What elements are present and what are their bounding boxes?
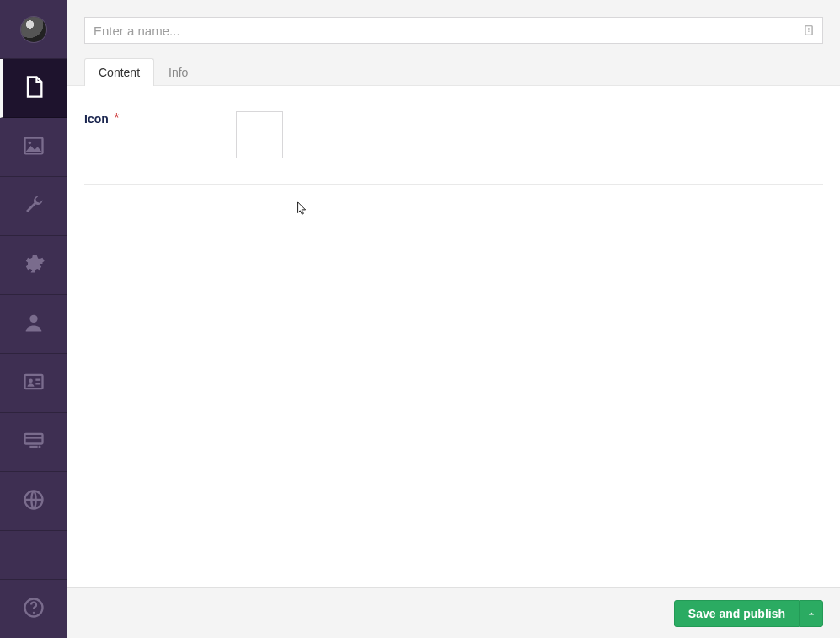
main-panel: ! Content Info Icon * Save and publish <box>67 0 840 638</box>
svg-point-1 <box>29 141 32 144</box>
save-and-publish-button[interactable]: Save and publish <box>674 600 800 627</box>
svg-point-13 <box>33 611 35 613</box>
editor-footer: Save and publish <box>67 587 840 638</box>
sidebar-item-settings-wrench[interactable] <box>0 177 67 236</box>
sidebar-item-members[interactable] <box>0 354 67 413</box>
document-icon <box>22 75 45 102</box>
wrench-icon <box>22 193 45 220</box>
required-marker: * <box>114 111 119 126</box>
editor-header: ! Content Info <box>67 0 840 85</box>
field-row-icon: Icon * <box>84 111 823 185</box>
save-publish-group: Save and publish <box>674 600 823 627</box>
input-status-icon: ! <box>801 23 816 38</box>
svg-point-4 <box>29 378 33 383</box>
tab-content[interactable]: Content <box>84 58 154 86</box>
image-icon <box>22 134 45 161</box>
content-pane: Icon * <box>67 85 840 587</box>
sidebar-item-help[interactable] <box>0 579 67 638</box>
sidebar-avatar[interactable] <box>0 0 67 59</box>
field-label-icon: Icon <box>84 112 109 126</box>
name-input[interactable] <box>84 17 823 44</box>
sidebar-item-content[interactable] <box>0 59 67 118</box>
svg-point-2 <box>29 314 37 322</box>
sidebar-item-media[interactable] <box>0 118 67 177</box>
help-icon <box>22 596 45 623</box>
app-sidebar <box>0 0 67 638</box>
icon-picker[interactable] <box>236 111 283 158</box>
user-icon <box>22 311 45 338</box>
sidebar-item-users[interactable] <box>0 295 67 354</box>
gear-icon <box>22 252 45 279</box>
sidebar-item-translation[interactable] <box>0 472 67 531</box>
caret-up-icon <box>808 607 815 619</box>
editor-tabs: Content Info <box>84 58 823 86</box>
globe-icon <box>22 488 45 515</box>
svg-text:!: ! <box>808 27 810 33</box>
form-icon <box>22 429 45 456</box>
id-card-icon <box>22 370 45 397</box>
tab-info[interactable]: Info <box>154 58 202 86</box>
avatar-icon <box>21 17 46 42</box>
svg-point-10 <box>38 445 40 448</box>
sidebar-item-forms[interactable] <box>0 413 67 472</box>
name-input-wrapper: ! <box>84 17 823 44</box>
sidebar-item-settings-gear[interactable] <box>0 236 67 295</box>
save-and-publish-caret[interactable] <box>800 600 823 627</box>
